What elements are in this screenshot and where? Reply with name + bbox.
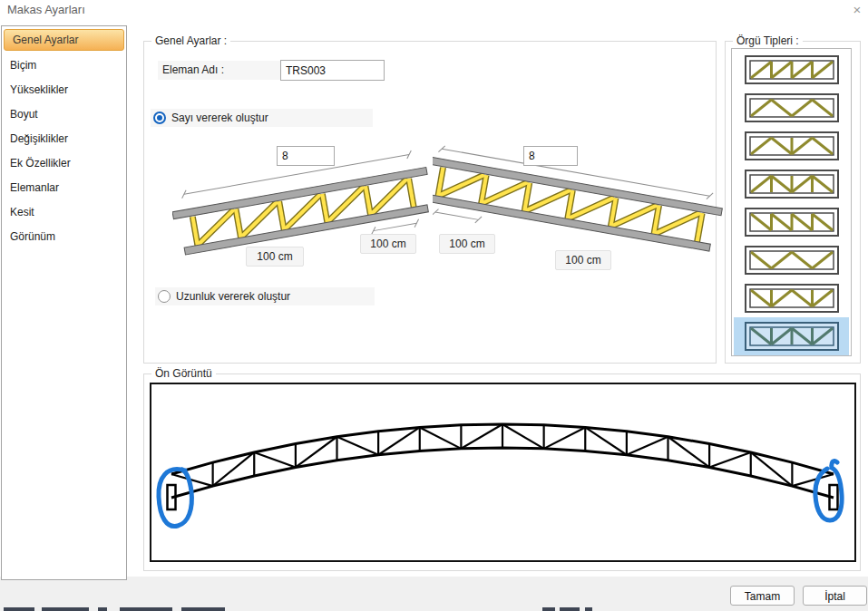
background-window-fragment <box>120 607 172 611</box>
orgu-pattern-2-w-zigzag[interactable] <box>734 89 849 127</box>
right-truss-dim-box-1[interactable]: 100 cm <box>439 234 495 254</box>
orgu-pattern-1-diagonals-up-with-verticals[interactable] <box>734 51 849 89</box>
radio-sayi-vererek[interactable]: Sayı vererek oluştur <box>151 109 373 127</box>
sidebar-item-boyut[interactable]: Boyut <box>2 102 126 127</box>
radio-uzunluk-label: Uzunluk vererek oluştur <box>176 290 290 303</box>
general-group-title: Genel Ayarlar : <box>151 34 230 47</box>
sidebar-item-bi-im[interactable]: Biçim <box>2 53 126 78</box>
radio-sayi-label: Sayı vererek oluştur <box>171 112 268 124</box>
sidebar-item-g-r-n-m[interactable]: Görünüm <box>2 225 126 249</box>
sidebar-item-elemanlar[interactable]: Elemanlar <box>2 176 126 200</box>
background-window-fragment <box>4 607 34 611</box>
background-window-fragment <box>542 607 555 611</box>
radio-checked-icon <box>153 112 166 124</box>
annotation-circles <box>159 461 842 526</box>
radio-uzunluk-vererek[interactable]: Uzunluk vererek oluştur <box>155 287 375 306</box>
orgu-pattern-5-diagonals-down-with-verticals[interactable] <box>734 203 849 241</box>
orgu-pattern-4-w-zigzag-all-verticals[interactable] <box>734 165 849 203</box>
sidebar-item-kesit[interactable]: Kesit <box>2 200 126 225</box>
background-window-fragment <box>181 607 225 611</box>
right-truss-dim-box-2[interactable]: 100 cm <box>555 250 611 270</box>
window-title: Makas Ayarları <box>7 3 85 16</box>
eleman-adi-input[interactable] <box>280 60 385 81</box>
ok-button[interactable]: Tamam <box>730 586 795 606</box>
close-icon[interactable]: × <box>849 2 865 18</box>
left-truss-dim-box-2[interactable]: 100 cm <box>360 234 416 254</box>
background-window-fragment <box>42 607 89 611</box>
dialog-makas-ayarlari: { "window": { "title": "Makas Ayarları",… <box>0 0 868 611</box>
radio-unchecked-icon <box>158 290 171 303</box>
preview-group-title: Ön Görüntü <box>151 367 216 380</box>
sidebar-item-de-i-iklikler[interactable]: Değişiklikler <box>2 127 126 151</box>
orgu-tipleri-group-title: Örgü Tipleri : <box>733 34 803 47</box>
orgu-pattern-3-w-zigzag-center-vertical[interactable] <box>734 127 849 165</box>
sidebar: Genel AyarlarBiçimYüksekliklerBoyutDeğiş… <box>1 25 127 580</box>
background-window-fragment <box>560 607 580 611</box>
orgu-pattern-6-m-zigzag[interactable] <box>734 241 849 279</box>
orgu-pattern-list <box>731 48 852 356</box>
sidebar-item-y-kseklikler[interactable]: Yükseklikler <box>2 78 126 102</box>
preview-canvas <box>150 383 856 562</box>
sidebar-item-ek-zellikler[interactable]: Ek Özellikler <box>2 151 126 176</box>
eleman-adi-label: Eleman Adı : <box>158 61 280 80</box>
orgu-pattern-7-m-zigzag-valley-verticals[interactable] <box>734 279 849 317</box>
left-truss-count-input[interactable] <box>277 146 335 166</box>
sidebar-item-genel-ayarlar[interactable]: Genel Ayarlar <box>4 29 124 51</box>
cancel-button[interactable]: İptal <box>803 586 867 606</box>
left-truss-dim-box-1[interactable]: 100 cm <box>246 247 304 267</box>
right-truss-count-input[interactable] <box>523 146 578 166</box>
background-window-fragment <box>585 607 592 611</box>
background-window-fragment <box>98 607 107 611</box>
orgu-pattern-8-m-zigzag-all-verticals[interactable] <box>734 317 849 355</box>
